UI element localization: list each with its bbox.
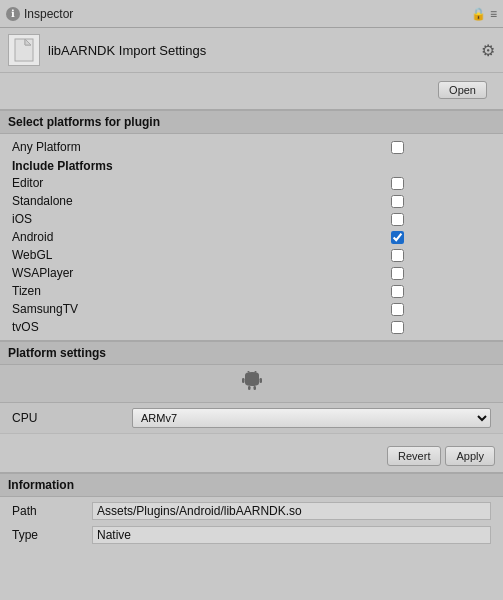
platform-label: Editor (12, 176, 43, 190)
platform-checkbox-wsaplayer[interactable] (391, 267, 404, 280)
any-platform-checkbox-area (391, 141, 491, 154)
any-platform-label: Any Platform (12, 140, 81, 154)
platform-label: WSAPlayer (12, 266, 73, 280)
platform-checkbox-standalone[interactable] (391, 195, 404, 208)
checkbox-area (391, 267, 491, 280)
asset-header-left: libAARNDK Import Settings (8, 34, 206, 66)
platform-label: WebGL (12, 248, 52, 262)
asset-name: libAARNDK Import Settings (48, 43, 206, 58)
include-platforms-label: Include Platforms (12, 159, 113, 173)
svg-rect-5 (259, 378, 262, 383)
asset-header: libAARNDK Import Settings ⚙ (0, 28, 503, 73)
lock-icon[interactable]: 🔒 (471, 7, 486, 21)
apply-button[interactable]: Apply (445, 446, 495, 466)
open-button[interactable]: Open (438, 81, 487, 99)
platform-item: iOS (0, 210, 503, 228)
cpu-label: CPU (12, 411, 132, 425)
svg-rect-7 (253, 386, 256, 390)
svg-rect-6 (248, 386, 251, 390)
platform-checkbox-samsungtv[interactable] (391, 303, 404, 316)
platform-settings-panel: CPU ARMv7ARM64x86FAT (ARMv7 + x86) (0, 365, 503, 440)
android-icon-row (0, 365, 503, 403)
platform-label: SamsungTV (12, 302, 78, 316)
checkbox-area (391, 177, 491, 190)
platforms-section-header: Select platforms for plugin (0, 110, 503, 134)
platform-item: Standalone (0, 192, 503, 210)
platform-checkbox-android[interactable] (391, 231, 404, 244)
platform-checkbox-ios[interactable] (391, 213, 404, 226)
platform-checkbox-tvos[interactable] (391, 321, 404, 334)
revert-button[interactable]: Revert (387, 446, 441, 466)
title-bar: ℹ Inspector 🔒 ≡ (0, 0, 503, 28)
svg-rect-0 (15, 39, 33, 61)
title-bar-right: 🔒 ≡ (471, 7, 497, 21)
platform-checkbox-editor[interactable] (391, 177, 404, 190)
asset-thumbnail (8, 34, 40, 66)
include-platforms-header: Include Platforms (0, 156, 503, 174)
platform-settings-header: Platform settings (0, 341, 503, 365)
platform-label: Tizen (12, 284, 41, 298)
platform-item: Android (0, 228, 503, 246)
path-row: Path Assets/Plugins/Android/libAARNDK.so (0, 499, 503, 523)
path-label: Path (12, 504, 92, 518)
platform-item: SamsungTV (0, 300, 503, 318)
checkbox-area (391, 321, 491, 334)
platform-label: tvOS (12, 320, 39, 334)
platform-item: Tizen (0, 282, 503, 300)
gear-icon[interactable]: ⚙ (481, 41, 495, 60)
cpu-row: CPU ARMv7ARM64x86FAT (ARMv7 + x86) (0, 403, 503, 434)
checkbox-area (391, 213, 491, 226)
title-bar-left: ℹ Inspector (6, 7, 73, 21)
platform-label: iOS (12, 212, 32, 226)
checkbox-area (391, 195, 491, 208)
platform-checkbox-tizen[interactable] (391, 285, 404, 298)
inspector-panel: libAARNDK Import Settings ⚙ Open Select … (0, 28, 503, 600)
svg-line-9 (255, 371, 257, 372)
platform-label: Standalone (12, 194, 73, 208)
type-value: Native (92, 526, 491, 544)
android-icon (241, 371, 263, 398)
platform-item: WebGL (0, 246, 503, 264)
platform-list: Any Platform Include Platforms EditorSta… (0, 134, 503, 340)
information-section: Path Assets/Plugins/Android/libAARNDK.so… (0, 497, 503, 555)
platform-item: Editor (0, 174, 503, 192)
checkbox-area (391, 231, 491, 244)
path-value: Assets/Plugins/Android/libAARNDK.so (92, 502, 491, 520)
checkbox-area (391, 303, 491, 316)
checkbox-area (391, 249, 491, 262)
svg-rect-4 (242, 378, 245, 383)
any-platform-row: Any Platform (0, 138, 503, 156)
any-platform-checkbox[interactable] (391, 141, 404, 154)
action-row: Revert Apply (0, 440, 503, 472)
information-header: Information (0, 473, 503, 497)
platform-checkbox-webgl[interactable] (391, 249, 404, 262)
checkbox-area (391, 285, 491, 298)
inspector-icon: ℹ (6, 7, 20, 21)
platform-item: WSAPlayer (0, 264, 503, 282)
platform-item: tvOS (0, 318, 503, 336)
menu-icon[interactable]: ≡ (490, 7, 497, 21)
cpu-select[interactable]: ARMv7ARM64x86FAT (ARMv7 + x86) (132, 408, 491, 428)
svg-line-8 (247, 371, 249, 372)
platform-items-container: EditorStandaloneiOSAndroidWebGLWSAPlayer… (0, 174, 503, 336)
type-label: Type (12, 528, 92, 542)
platform-label: Android (12, 230, 53, 244)
type-row: Type Native (0, 523, 503, 547)
title-bar-label: Inspector (24, 7, 73, 21)
